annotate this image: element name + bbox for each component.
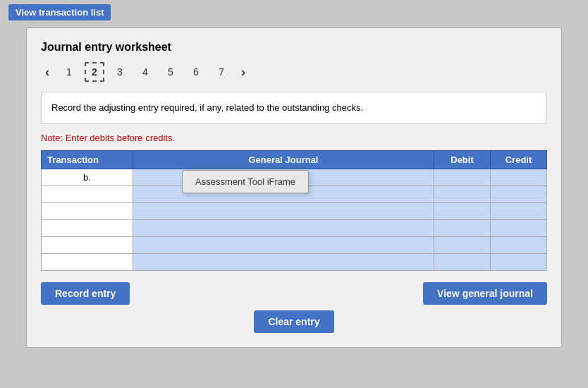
clear-row: Clear entry bbox=[41, 310, 547, 333]
page-2[interactable]: 2 bbox=[85, 62, 104, 82]
assessment-tooltip: Assessment Tool iFrame bbox=[182, 170, 309, 193]
card-title: Journal entry worksheet bbox=[41, 41, 547, 54]
table-row bbox=[42, 236, 547, 253]
page-6[interactable]: 6 bbox=[186, 62, 206, 82]
credit-input[interactable] bbox=[494, 172, 544, 183]
table-row bbox=[42, 219, 547, 236]
clear-entry-button[interactable]: Clear entry bbox=[254, 310, 333, 333]
credit-input[interactable] bbox=[494, 240, 544, 250]
credit-input[interactable] bbox=[494, 257, 544, 267]
credit-input[interactable] bbox=[494, 189, 544, 200]
transaction-cell bbox=[42, 236, 133, 253]
debit-input-cell[interactable] bbox=[434, 186, 491, 202]
header-credit: Credit bbox=[491, 150, 547, 169]
view-transaction-button[interactable]: View transaction list bbox=[8, 4, 111, 20]
journal-input[interactable] bbox=[136, 206, 431, 217]
debit-input-cell[interactable] bbox=[434, 253, 491, 270]
debit-input[interactable] bbox=[437, 189, 487, 200]
credit-input-cell[interactable] bbox=[491, 186, 547, 202]
instruction-box: Record the adjusting entry required, if … bbox=[41, 92, 547, 124]
buttons-row: Record entry View general journal bbox=[41, 282, 547, 305]
pagination: ‹ 1 2 3 4 5 6 7 › bbox=[41, 62, 547, 82]
credit-input-cell[interactable] bbox=[491, 253, 547, 270]
debit-input[interactable] bbox=[437, 172, 487, 183]
credit-input-cell[interactable] bbox=[491, 169, 547, 186]
top-bar: View transaction list bbox=[0, 0, 588, 25]
transaction-cell bbox=[42, 186, 133, 202]
credit-input-cell[interactable] bbox=[491, 219, 547, 236]
transaction-cell: b. bbox=[42, 169, 133, 186]
note-text: Note: Enter debits before credits. bbox=[41, 133, 547, 143]
page-5[interactable]: 5 bbox=[161, 62, 180, 82]
transaction-cell bbox=[42, 219, 133, 236]
debit-input-cell[interactable] bbox=[434, 236, 491, 253]
prev-arrow[interactable]: ‹ bbox=[41, 63, 54, 81]
journal-input[interactable] bbox=[136, 240, 431, 250]
journal-table-wrapper: Transaction General Journal Debit Credit… bbox=[41, 150, 547, 271]
journal-table: Transaction General Journal Debit Credit… bbox=[41, 150, 547, 271]
journal-input-cell[interactable] bbox=[133, 253, 434, 270]
transaction-cell bbox=[42, 253, 133, 270]
debit-input-cell[interactable] bbox=[434, 202, 491, 219]
debit-input[interactable] bbox=[437, 240, 487, 250]
header-transaction: Transaction bbox=[42, 150, 133, 169]
transaction-cell bbox=[42, 202, 133, 219]
journal-input-cell[interactable] bbox=[133, 219, 434, 236]
debit-input[interactable] bbox=[437, 257, 487, 267]
debit-input[interactable] bbox=[437, 206, 487, 217]
header-journal: General Journal bbox=[133, 150, 434, 169]
journal-input-cell[interactable] bbox=[133, 236, 434, 253]
debit-input[interactable] bbox=[437, 223, 487, 234]
journal-input[interactable] bbox=[136, 257, 431, 267]
credit-input[interactable] bbox=[494, 223, 544, 234]
credit-input[interactable] bbox=[494, 206, 544, 217]
page-4[interactable]: 4 bbox=[135, 62, 155, 82]
journal-input[interactable] bbox=[136, 223, 431, 234]
page-1[interactable]: 1 bbox=[59, 62, 79, 82]
main-card: Journal entry worksheet ‹ 1 2 3 4 5 6 7 … bbox=[26, 28, 562, 348]
view-general-journal-button[interactable]: View general journal bbox=[423, 282, 547, 305]
table-row bbox=[42, 202, 547, 219]
credit-input-cell[interactable] bbox=[491, 202, 547, 219]
table-row bbox=[42, 253, 547, 270]
page-3[interactable]: 3 bbox=[110, 62, 130, 82]
record-entry-button[interactable]: Record entry bbox=[41, 282, 130, 305]
page-7[interactable]: 7 bbox=[212, 62, 231, 82]
credit-input-cell[interactable] bbox=[491, 236, 547, 253]
debit-input-cell[interactable] bbox=[434, 219, 491, 236]
next-arrow[interactable]: › bbox=[237, 63, 250, 81]
journal-input-cell[interactable] bbox=[133, 202, 434, 219]
debit-input-cell[interactable] bbox=[434, 169, 491, 186]
header-debit: Debit bbox=[434, 150, 491, 169]
